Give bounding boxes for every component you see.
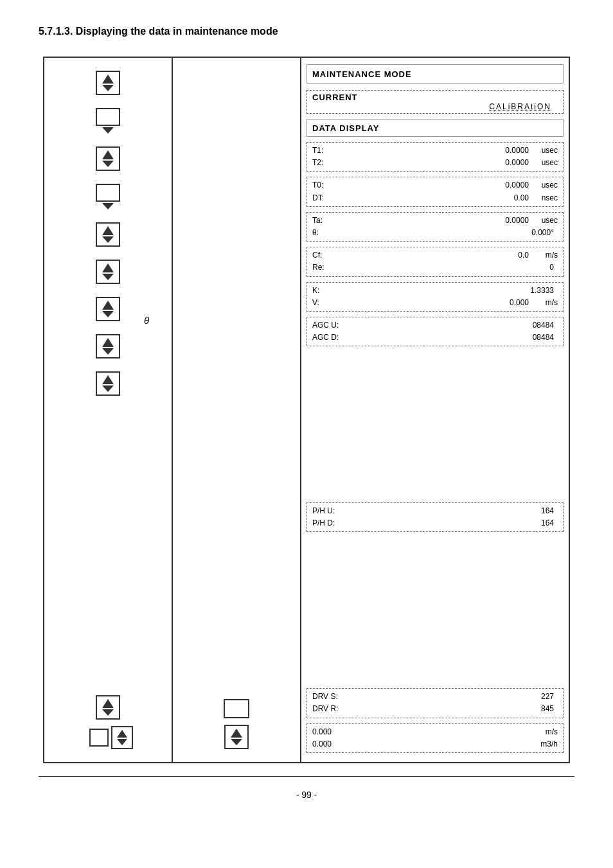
btn-up-9[interactable] [96,371,120,396]
k-label: K: [312,285,344,297]
btn-up-5[interactable] [96,222,120,247]
triangle-down-icon-6 [102,274,114,280]
agc-d-label: AGC D: [312,332,344,344]
btn-up-3[interactable] [96,146,120,171]
k-row: K: 1.3333 [312,285,558,297]
cf-value: 0.0 [347,249,533,261]
btn-plain-4[interactable] [96,184,120,209]
t1-unit: usec [535,145,558,157]
middle-panel [173,58,301,762]
mid-triangle-up-icon [231,729,242,738]
agc-d-row: AGC D: 08484 [312,332,558,344]
btn-bottom-triangle[interactable] [111,726,133,749]
ta-label: Ta: [312,215,344,227]
v-unit: m/s [535,297,558,309]
btn-up-8[interactable] [96,334,120,359]
agc-d-value: 08484 [347,332,558,344]
triangle-up-icon-5 [102,226,114,235]
drv-r-value: 845 [347,703,558,715]
t0-unit: usec [535,179,558,191]
dt-row: DT: 0.00 nsec [312,192,558,204]
triangle-up-icon-7 [102,301,114,310]
t1-t2-section: T1: 0.0000 usec T2: 0.0000 usec [306,142,564,172]
cf-unit: m/s [535,249,558,261]
re-label: Re: [312,261,344,274]
btn-up-10[interactable] [96,695,120,720]
triangle-down-icon-1 [102,85,114,91]
data-display-label: DATA DISPLAY [312,123,379,133]
triangle-down-icon-2 [102,127,114,134]
btn-group-3 [96,146,120,171]
agc-u-value: 08484 [347,319,558,332]
flow-m3h-value: 0.000 [312,738,533,750]
btn-bottom-small-1[interactable] [89,729,109,747]
btn-up-1[interactable] [96,71,120,95]
ph-u-row: P/H U: 164 [312,505,558,517]
re-value: 0 [347,261,558,274]
drv-s-label: DRV S: [312,691,344,703]
triangle-down-icon-4 [102,203,114,209]
triangle-up-icon-3 [102,150,114,159]
drv-s-value: 227 [347,691,558,703]
btn-group-8 [96,334,120,359]
mid-btn-plain[interactable] [224,699,249,718]
t1-row: T1: 0.0000 usec [312,145,558,157]
current-label: CURRENT [312,93,558,102]
mid-spacer [306,349,564,502]
agc-u-row: AGC U: 08484 [312,319,558,332]
ph-section: P/H U: 164 P/H D: 164 [306,502,564,532]
drv-s-row: DRV S: 227 [312,691,558,703]
btn-group-5 [96,222,120,247]
ph-u-label: P/H U: [312,505,344,517]
flow-ms-value: 0.000 [312,726,533,738]
btn-box-4[interactable] [96,184,120,202]
cf-re-section: Cf: 0.0 m/s Re: 0 [306,247,564,276]
ta-unit: usec [535,215,558,227]
btn-up-6[interactable] [96,260,120,284]
v-row: V: 0.000 m/s [312,297,558,309]
flow-section: 0.000 m/s 0.000 m3/h [306,723,564,753]
page-number: - 99 - [39,790,574,800]
drv-r-row: DRV R: 845 [312,703,558,715]
t2-label: T2: [312,157,344,169]
mid-triangle-down-icon [231,739,242,745]
btn-group-6 [96,260,120,284]
triangle-down-icon-9 [102,385,114,392]
theta-label: θ [144,315,149,326]
dt-label: DT: [312,192,344,204]
ph-d-label: P/H D: [312,517,344,529]
t1-value: 0.0000 [347,145,533,157]
ph-u-value: 164 [347,505,558,517]
cf-row: Cf: 0.0 m/s [312,249,558,261]
btn-group-7 [96,297,120,321]
drv-section: DRV S: 227 DRV R: 845 [306,688,564,718]
triangle-up-icon-9 [102,375,114,384]
btn-group-9 [96,371,120,396]
theta-value: 0.000° [347,227,558,239]
triangle-down-icon-bottom [117,739,127,745]
btn-up-7[interactable] [96,297,120,321]
t2-unit: usec [535,157,558,169]
left-panel: θ [44,58,173,762]
mid-btn-triangle[interactable] [224,725,249,749]
t0-dt-section: T0: 0.0000 usec DT: 0.00 nsec [306,177,564,206]
flow-m3h-row: 0.000 m3/h [312,738,558,750]
btn-box-2[interactable] [96,108,120,126]
triangle-up-icon-1 [102,75,114,84]
page-title: 5.7.1.3. Displaying the data in maintena… [39,26,574,37]
triangle-down-icon-5 [102,236,114,243]
current-calibration-box: CURRENT CALiBRAtiON [306,90,564,114]
triangle-up-icon-6 [102,263,114,272]
flow-ms-row: 0.000 m/s [312,726,558,738]
mid-spacer-2 [306,535,564,688]
ph-d-value: 164 [347,517,558,529]
btn-group-1 [96,71,120,95]
device-display: θ [43,57,570,763]
k-v-section: K: 1.3333 V: 0.000 m/s [306,282,564,312]
triangle-down-icon-8 [102,348,114,355]
btn-plain-2[interactable] [96,108,120,134]
right-panel: MAINTENANCE MODE CURRENT CALiBRAtiON DAT… [301,58,569,762]
ta-row: Ta: 0.0000 usec [312,215,558,227]
flow-ms-unit: m/s [535,726,558,738]
data-display-box: DATA DISPLAY [306,119,564,137]
